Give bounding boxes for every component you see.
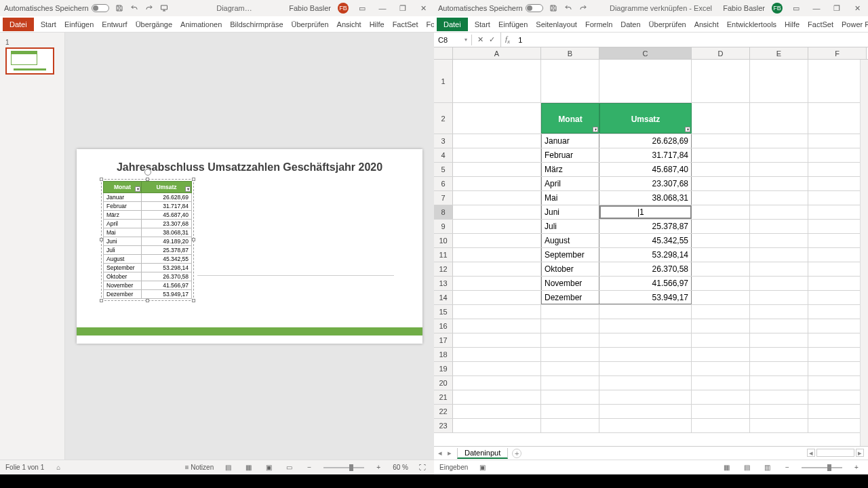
- embedded-table-object[interactable]: Monat▾ Umsatz▾ Januar26.628,69Februar31.…: [101, 179, 194, 301]
- col-header-d[interactable]: D: [692, 47, 750, 59]
- cell[interactable]: [808, 348, 867, 361]
- cell[interactable]: [692, 419, 750, 432]
- cell[interactable]: [541, 390, 599, 404]
- cell[interactable]: [750, 305, 808, 319]
- cell[interactable]: [808, 234, 867, 247]
- select-all-corner[interactable]: [434, 47, 453, 59]
- save-icon[interactable]: [549, 3, 558, 13]
- cell[interactable]: [692, 191, 750, 205]
- cell[interactable]: [750, 163, 808, 176]
- cell[interactable]: [750, 390, 808, 404]
- filter-icon[interactable]: ▾: [185, 186, 191, 192]
- avatar[interactable]: FB: [338, 3, 349, 14]
- view-normal-icon[interactable]: ▤: [222, 464, 234, 471]
- tab-entwicklertools[interactable]: Entwicklertools: [723, 18, 781, 31]
- cell[interactable]: [692, 291, 750, 304]
- cell[interactable]: [692, 60, 750, 102]
- cell[interactable]: [599, 362, 692, 375]
- cell[interactable]: [692, 362, 750, 375]
- cell[interactable]: 41.566,97: [599, 277, 692, 290]
- minimize-icon[interactable]: —: [810, 4, 823, 12]
- cell[interactable]: [750, 376, 808, 390]
- cell[interactable]: 25.378,87: [599, 220, 692, 233]
- tab-powerpivot[interactable]: Power Pivot: [837, 18, 868, 31]
- cell[interactable]: [541, 419, 599, 432]
- resize-handle[interactable]: [100, 178, 103, 181]
- formula-input[interactable]: 1: [514, 36, 868, 44]
- present-icon[interactable]: [159, 3, 169, 13]
- cell[interactable]: [692, 234, 750, 247]
- col-header-e[interactable]: E: [750, 47, 808, 59]
- cell[interactable]: [808, 177, 867, 190]
- cell[interactable]: [692, 376, 750, 390]
- grid-rows[interactable]: 12Monat▾Umsatz▾3Januar26.628,694Februar3…: [434, 60, 868, 433]
- cell[interactable]: [808, 390, 867, 404]
- cell[interactable]: [750, 191, 808, 205]
- cell[interactable]: [750, 333, 808, 347]
- cell[interactable]: 31.717,84: [599, 148, 692, 162]
- avatar[interactable]: FB: [772, 3, 783, 14]
- view-normal-icon[interactable]: ▦: [720, 464, 732, 471]
- cell[interactable]: 53.298,14: [599, 248, 692, 262]
- close-icon[interactable]: ✕: [416, 4, 430, 13]
- cell[interactable]: [808, 376, 867, 390]
- cell[interactable]: Oktober: [541, 262, 599, 276]
- cell[interactable]: [453, 305, 541, 319]
- cell[interactable]: Juni: [541, 205, 599, 219]
- cell[interactable]: [541, 405, 599, 418]
- cell[interactable]: [808, 362, 867, 375]
- cell[interactable]: Januar: [541, 134, 599, 148]
- tab-start[interactable]: Start: [37, 18, 60, 31]
- view-reading-icon[interactable]: ▣: [262, 464, 275, 471]
- tab-factset[interactable]: FactSet: [804, 18, 837, 31]
- row-header[interactable]: 15: [434, 305, 453, 319]
- chevron-down-icon[interactable]: ▾: [465, 37, 467, 43]
- cell[interactable]: [808, 103, 867, 134]
- row-header[interactable]: 4: [434, 148, 453, 162]
- cell[interactable]: [692, 348, 750, 361]
- row-header[interactable]: 11: [434, 248, 453, 262]
- cell[interactable]: [808, 220, 867, 233]
- cell[interactable]: [453, 262, 541, 276]
- tab-ansicht[interactable]: Ansicht: [690, 18, 723, 31]
- cell[interactable]: [599, 333, 692, 347]
- cell[interactable]: [453, 405, 541, 418]
- cell[interactable]: [453, 348, 541, 361]
- cell[interactable]: [808, 333, 867, 347]
- ribbon-display-icon[interactable]: ▭: [355, 4, 369, 13]
- cell[interactable]: [750, 103, 808, 134]
- cell[interactable]: [453, 362, 541, 375]
- cell[interactable]: [453, 103, 541, 134]
- tab-einfuegen[interactable]: Einfügen: [60, 18, 98, 31]
- tab-entwurf[interactable]: Entwurf: [98, 18, 131, 31]
- cell[interactable]: [453, 419, 541, 432]
- cell[interactable]: [599, 305, 692, 319]
- cell[interactable]: [453, 277, 541, 290]
- cell[interactable]: [692, 262, 750, 276]
- undo-icon[interactable]: [130, 3, 139, 13]
- toggle-icon[interactable]: [526, 4, 543, 12]
- fx-icon[interactable]: fx: [501, 35, 514, 45]
- cell[interactable]: Dezember: [541, 291, 599, 304]
- view-sorter-icon[interactable]: ▦: [242, 464, 254, 471]
- cell[interactable]: [541, 348, 599, 361]
- sheet-nav-prev-icon[interactable]: ◂: [438, 449, 442, 458]
- cell[interactable]: [692, 148, 750, 162]
- cell[interactable]: [453, 291, 541, 304]
- redo-icon[interactable]: [144, 3, 154, 13]
- cell[interactable]: [599, 405, 692, 418]
- cell[interactable]: [808, 419, 867, 432]
- cell[interactable]: [599, 60, 692, 102]
- minimize-icon[interactable]: —: [376, 4, 389, 12]
- row-header[interactable]: 5: [434, 163, 453, 176]
- cell[interactable]: [692, 103, 750, 134]
- cell[interactable]: [808, 405, 867, 418]
- cell[interactable]: 38.068,31: [599, 191, 692, 205]
- cell[interactable]: November: [541, 277, 599, 290]
- cell[interactable]: [750, 419, 808, 432]
- cell[interactable]: [541, 362, 599, 375]
- cell[interactable]: [750, 262, 808, 276]
- tab-ueberpruefen[interactable]: Überprüfen: [645, 18, 690, 31]
- cell[interactable]: [453, 163, 541, 176]
- col-header-a[interactable]: A: [453, 47, 541, 59]
